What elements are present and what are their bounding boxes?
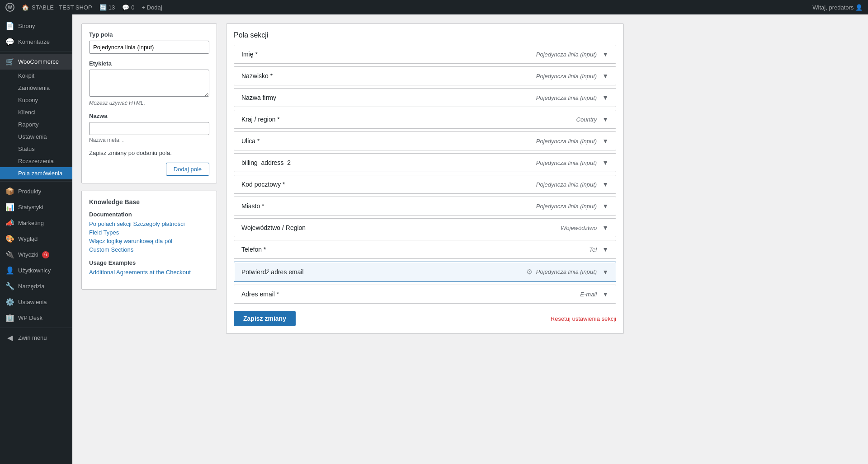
sidebar-item-statystyki[interactable]: 📊 Statystyki	[0, 199, 72, 215]
knowledge-base-box: Knowledge Base Documentation Po polach s…	[81, 191, 217, 290]
kb-link-field-types[interactable]: Field Types	[89, 229, 209, 236]
page-icon: 📄	[5, 22, 14, 30]
field-label: Kod pocztowy *	[241, 181, 536, 188]
updates-item[interactable]: 🔄 13	[99, 4, 115, 11]
add-field-box: Typ pola Pojedyncza linia (input) Wielol…	[81, 23, 217, 183]
name-input[interactable]	[89, 122, 209, 135]
sidebar-item-woocommerce[interactable]: 🛒 WooCommerce	[0, 54, 72, 70]
field-type-text: Pojedyncza linia (input)	[536, 51, 597, 58]
field-row[interactable]: Kraj / region *Country▼	[234, 110, 616, 129]
sidebar-item-label: Komentarze	[18, 38, 50, 45]
sidebar: 📄 Strony 💬 Komentarze 🛒 WooCommerce Kokp…	[0, 14, 72, 464]
field-type-text: Województwo	[561, 225, 597, 231]
kb-link-conditional[interactable]: Włącz logikę warunkową dla pól	[89, 238, 209, 244]
field-row[interactable]: Kod pocztowy *Pojedyncza linia (input)▼	[234, 175, 616, 194]
chevron-down-icon[interactable]: ▼	[602, 181, 609, 188]
field-type-group: Typ pola Pojedyncza linia (input) Wielol…	[89, 31, 209, 54]
field-row[interactable]: Ulica *Pojedyncza linia (input)▼	[234, 131, 616, 150]
wp-logo[interactable]: W	[5, 3, 14, 12]
chevron-down-icon[interactable]: ▼	[602, 94, 609, 101]
site-name[interactable]: 🏠 STABLE - TEST SHOP	[22, 4, 92, 11]
sidebar-item-label: Produkty	[18, 188, 41, 195]
field-type-select[interactable]: Pojedyncza linia (input) Wieloliniowy (t…	[89, 41, 209, 54]
right-column: Pola sekcji Imię *Pojedyncza linia (inpu…	[226, 23, 624, 334]
sidebar-sub-pola[interactable]: Pola zamówienia	[0, 167, 72, 179]
field-row[interactable]: Potwierdź adres email⚙Pojedyncza linia (…	[234, 262, 616, 282]
field-label: billing_address_2	[241, 159, 536, 166]
sidebar-sub-status[interactable]: Status	[0, 143, 72, 155]
sidebar-item-zwij[interactable]: ◀ Zwiń menu	[0, 330, 72, 346]
sidebar-item-ustawienia[interactable]: ⚙️ Ustawienia	[0, 294, 72, 310]
name-group: Nazwa Nazwa meta: .	[89, 112, 209, 143]
chevron-down-icon[interactable]: ▼	[602, 159, 609, 166]
chevron-down-icon[interactable]: ▼	[602, 268, 609, 276]
label-group: Etykieta Możesz używać HTML.	[89, 60, 209, 106]
field-label: Telefon *	[241, 246, 589, 253]
field-type-text: E-mail	[580, 291, 597, 298]
add-field-body: Typ pola Pojedyncza linia (input) Wielol…	[82, 24, 217, 183]
settings-icon: ⚙️	[5, 298, 14, 306]
sidebar-sub-kokpit[interactable]: Kokpit	[0, 70, 72, 82]
save-note: Zapisz zmiany po dodaniu pola.	[89, 150, 209, 156]
field-row[interactable]: Imię *Pojedyncza linia (input)▼	[234, 45, 616, 64]
save-changes-button[interactable]: Zapisz zmiany	[234, 311, 296, 326]
chevron-down-icon[interactable]: ▼	[602, 72, 609, 80]
chevron-down-icon[interactable]: ▼	[602, 202, 609, 210]
svg-text:W: W	[8, 5, 12, 10]
sidebar-item-wpdesk[interactable]: 🏢 WP Desk	[0, 310, 72, 326]
field-row[interactable]: billing_address_2Pojedyncza linia (input…	[234, 153, 616, 172]
field-row[interactable]: Nazwisko *Pojedyncza linia (input)▼	[234, 66, 616, 85]
sidebar-item-wtyczki[interactable]: 🔌 Wtyczki 6	[0, 247, 72, 262]
kb-link-agreements[interactable]: Additional Agreements at the Checkout	[89, 269, 209, 276]
field-label: Adres email *	[241, 291, 580, 298]
sidebar-sub-ustawienia[interactable]: Ustawienia	[0, 131, 72, 143]
kb-link-billing[interactable]: Po polach sekcji Szczegóły płatności	[89, 220, 209, 227]
gear-icon: ⚙	[526, 267, 533, 276]
field-row[interactable]: Telefon *Tel▼	[234, 240, 616, 259]
field-label: Potwierdź adres email	[241, 268, 526, 276]
sidebar-item-marketing[interactable]: 📣 Marketing	[0, 215, 72, 231]
label-field-label: Etykieta	[89, 60, 209, 67]
sidebar-item-komentarze[interactable]: 💬 Komentarze	[0, 34, 72, 50]
chevron-down-icon[interactable]: ▼	[602, 116, 609, 123]
field-row[interactable]: Województwo / RegionWojewództwo▼	[234, 218, 616, 237]
sidebar-item-uzytkownicy[interactable]: 👤 Użytkownicy	[0, 262, 72, 278]
reset-link[interactable]: Resetuj ustawienia sekcji	[551, 315, 616, 322]
chevron-down-icon[interactable]: ▼	[602, 137, 609, 145]
chevron-down-icon[interactable]: ▼	[602, 51, 609, 58]
sidebar-item-wyglad[interactable]: 🎨 Wygląd	[0, 231, 72, 247]
woo-icon: 🛒	[5, 57, 14, 66]
field-row[interactable]: Nazwa firmyPojedyncza linia (input)▼	[234, 88, 616, 107]
field-label: Miasto *	[241, 202, 536, 210]
kb-usage-section: Usage Examples Additional Agreements at …	[89, 259, 209, 276]
sidebar-item-strony[interactable]: 📄 Strony	[0, 18, 72, 34]
sidebar-sub-rozszerzenia[interactable]: Rozszerzenia	[0, 155, 72, 167]
field-label: Kraj / region *	[241, 116, 576, 123]
kb-link-custom-sections[interactable]: Custom Sections	[89, 246, 209, 253]
chevron-down-icon[interactable]: ▼	[602, 246, 609, 253]
products-icon: 📦	[5, 187, 14, 196]
chevron-down-icon[interactable]: ▼	[602, 291, 609, 298]
sidebar-item-produkty[interactable]: 📦 Produkty	[0, 183, 72, 199]
name-meta-hint: Nazwa meta: .	[89, 137, 209, 143]
add-field-button[interactable]: Dodaj pole	[166, 163, 209, 176]
field-row[interactable]: Miasto *Pojedyncza linia (input)▼	[234, 197, 616, 216]
field-type-text: Country	[576, 116, 597, 123]
comments-count: 0	[131, 4, 134, 11]
sidebar-item-label: WooCommerce	[18, 58, 59, 65]
sidebar-item-narzedzia[interactable]: 🔧 Narzędzia	[0, 278, 72, 294]
field-label: Województwo / Region	[241, 224, 561, 231]
kb-title: Knowledge Base	[89, 198, 209, 206]
sidebar-sub-kupony[interactable]: Kupony	[0, 94, 72, 106]
sidebar-sub-zamowienia[interactable]: Zamówienia	[0, 82, 72, 94]
field-row[interactable]: Adres email *E-mail▼	[234, 285, 616, 304]
sidebar-sub-raporty[interactable]: Raporty	[0, 118, 72, 131]
section-fields-box: Pola sekcji Imię *Pojedyncza linia (inpu…	[226, 23, 624, 334]
label-input[interactable]	[89, 70, 209, 97]
chevron-down-icon[interactable]: ▼	[602, 224, 609, 231]
comments-item[interactable]: 💬 0	[122, 4, 134, 11]
field-rows-container: Imię *Pojedyncza linia (input)▼Nazwisko …	[234, 45, 616, 304]
field-type-text: Pojedyncza linia (input)	[536, 203, 597, 210]
add-new-item[interactable]: + Dodaj	[142, 4, 162, 11]
sidebar-sub-klienci[interactable]: Klienci	[0, 106, 72, 118]
